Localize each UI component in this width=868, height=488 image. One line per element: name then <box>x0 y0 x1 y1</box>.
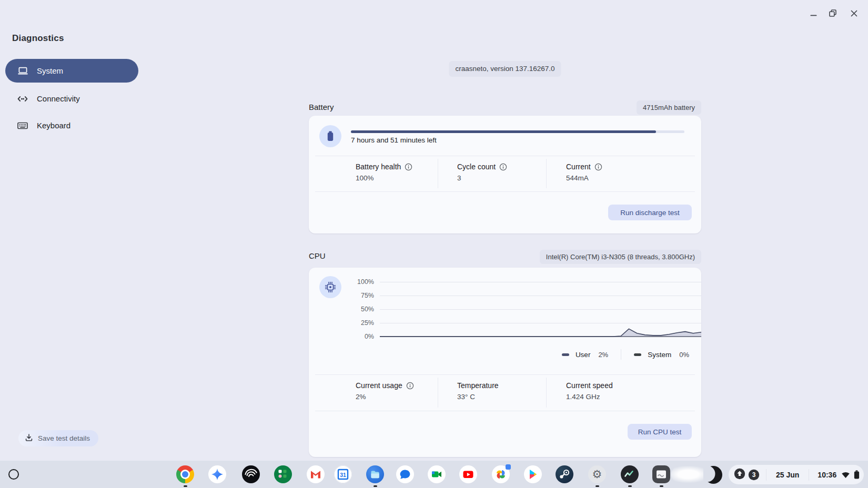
settings-icon[interactable]: ⚙ <box>588 465 606 483</box>
stat-label: Cycle count <box>457 162 496 171</box>
stat-label: Current usage <box>356 381 402 390</box>
cycle-count-stat: Cycle count 3 <box>438 159 546 188</box>
run-discharge-test-button[interactable]: Run discharge test <box>608 205 692 220</box>
sidebar-item-label: Keyboard <box>37 121 70 130</box>
legend-label: User <box>576 351 591 359</box>
tray-time: 10:36 <box>817 471 836 479</box>
running-indicator <box>596 485 599 487</box>
info-icon[interactable] <box>405 163 412 171</box>
battery-status-icon <box>854 470 860 479</box>
play-games-hub-icon[interactable] <box>274 465 292 483</box>
tray-date: 25 Jun <box>776 471 799 479</box>
stat-value: 33° C <box>457 393 546 401</box>
divider <box>315 411 695 411</box>
meet-icon[interactable] <box>428 465 446 483</box>
terminal-icon[interactable] <box>652 465 670 483</box>
sidebar-item-connectivity[interactable]: Connectivity <box>5 87 138 110</box>
legend-swatch-user <box>562 353 569 356</box>
cpu-chart-legend: User 2% System 0% <box>547 349 689 360</box>
close-icon[interactable] <box>847 6 861 20</box>
stat-value: 3 <box>457 174 546 182</box>
y-tick-label: 75% <box>325 292 374 299</box>
battery-time-left: 7 hours and 51 minutes left <box>351 136 437 144</box>
battery-icon <box>319 125 341 147</box>
running-indicator <box>660 485 663 487</box>
legend-value: 0% <box>679 351 689 359</box>
run-cpu-test-button[interactable]: Run CPU test <box>628 424 692 440</box>
current-stat: Current 544mA <box>546 159 701 188</box>
update-icon <box>734 468 745 482</box>
diagnostics-app-icon[interactable] <box>621 465 639 483</box>
files-icon[interactable] <box>366 465 384 483</box>
gmail-icon[interactable] <box>307 465 325 483</box>
legend-swatch-system <box>634 353 641 356</box>
chromeos-screen: Diagnostics System Connectivity Ke <box>0 0 868 488</box>
sidebar-item-label: System <box>37 66 63 75</box>
crescent-icon[interactable] <box>703 465 723 485</box>
battery-stats-row: Battery health 100% Cycle count 3 Curren… <box>309 156 701 191</box>
page-title: Diagnostics <box>12 33 64 44</box>
stat-label: Battery health <box>356 162 401 171</box>
stat-value: 100% <box>356 174 438 182</box>
y-tick-label: 0% <box>325 333 374 340</box>
notification-counter: 3 <box>748 469 760 481</box>
svg-text:31: 31 <box>340 472 346 478</box>
info-icon[interactable] <box>499 163 507 171</box>
cpu-stats-row: Current usage 2% Temperature 33° C Curre… <box>309 374 701 411</box>
temperature-stat: Temperature 33° C <box>438 378 546 408</box>
cpu-section-heading: CPU <box>309 251 326 260</box>
connectivity-icon <box>17 93 28 105</box>
screencast-icon[interactable] <box>242 465 260 483</box>
sidebar-item-system[interactable]: System <box>5 59 138 83</box>
stat-value: 2% <box>356 393 438 401</box>
chrome-icon[interactable] <box>176 465 194 483</box>
photos-icon[interactable] <box>492 465 510 483</box>
battery-section-heading: Battery <box>309 103 334 111</box>
y-tick-label: 100% <box>325 278 374 286</box>
divider <box>315 191 695 192</box>
play-store-icon[interactable] <box>524 465 542 483</box>
running-indicator <box>184 485 187 487</box>
stat-value: 544mA <box>566 174 701 182</box>
device-version-chip: craasneto, version 137.16267.0 <box>449 61 561 77</box>
save-test-details-button[interactable]: Save test details <box>18 430 98 446</box>
cpu-usage-chart <box>380 279 701 340</box>
divider <box>766 469 766 481</box>
info-icon[interactable] <box>594 163 602 171</box>
legend-label: System <box>648 351 671 359</box>
youtube-icon[interactable] <box>459 465 477 483</box>
current-speed-stat: Current speed 1.424 GHz <box>546 378 701 408</box>
download-icon <box>25 433 33 443</box>
steam-icon[interactable] <box>556 465 573 483</box>
sidebar-item-keyboard[interactable]: Keyboard <box>5 114 138 137</box>
wifi-icon <box>841 471 850 479</box>
launcher-button[interactable] <box>8 469 19 480</box>
running-indicator <box>628 485 632 487</box>
notification-badge <box>506 464 511 470</box>
info-icon[interactable] <box>406 382 414 390</box>
legend-value: 2% <box>598 351 608 359</box>
current-usage-stat: Current usage 2% <box>309 374 438 411</box>
y-tick-label: 50% <box>325 306 374 313</box>
divider <box>809 469 809 481</box>
restore-button[interactable] <box>826 6 840 20</box>
calendar-icon[interactable]: 31 <box>334 465 352 483</box>
save-test-details-label: Save test details <box>38 434 90 442</box>
battery-capacity-chip: 4715mAh battery <box>637 100 701 115</box>
y-tick-label: 25% <box>325 319 374 327</box>
stat-label: Temperature <box>457 381 499 390</box>
sidebar-item-label: Connectivity <box>37 94 80 103</box>
stat-label: Current <box>566 162 591 171</box>
battery-progress-bar <box>351 130 684 133</box>
running-indicator <box>374 485 377 487</box>
minimize-button[interactable] <box>806 6 820 20</box>
keyboard-icon <box>17 120 28 131</box>
messages-icon[interactable] <box>396 465 414 483</box>
stat-value: 1.424 GHz <box>566 393 701 401</box>
status-tray[interactable]: 3 25 Jun 10:36 <box>729 465 864 484</box>
battery-health-stat: Battery health 100% <box>309 156 438 191</box>
divider <box>621 349 621 360</box>
cpu-model-chip: Intel(R) Core(TM) i3-N305 (8 threads, 3.… <box>540 250 701 264</box>
gemini-icon[interactable] <box>208 465 226 483</box>
gear-glyph: ⚙ <box>592 469 602 480</box>
